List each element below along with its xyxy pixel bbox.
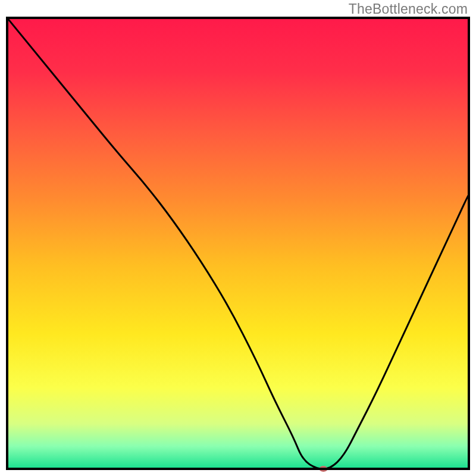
watermark-text: TheBottleneck.com [349,1,468,17]
plot-area [7,18,469,472]
bottleneck-chart [0,0,476,476]
chart-container: TheBottleneck.com [0,0,476,476]
gradient-background [7,18,469,469]
